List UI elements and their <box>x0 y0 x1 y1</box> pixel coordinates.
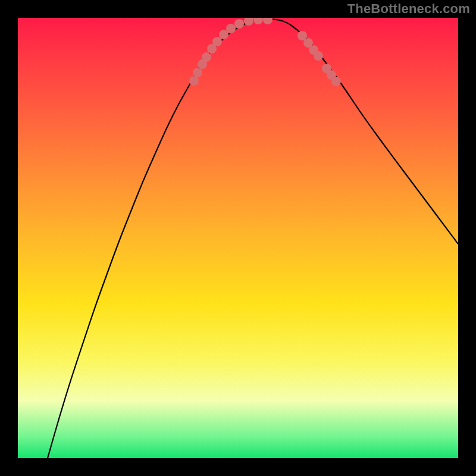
curve-dot <box>253 18 263 24</box>
curve-dot <box>226 24 236 33</box>
plot-area <box>18 18 458 458</box>
dots-svg <box>18 18 458 458</box>
curve-dot <box>212 37 222 46</box>
dots-left-cluster <box>189 18 273 86</box>
curve-dot <box>189 76 199 86</box>
curve-dot <box>244 18 253 26</box>
curve-dot <box>234 19 244 29</box>
curve-dot <box>331 77 341 86</box>
curve-dot <box>202 52 211 62</box>
dots-right-cluster <box>298 31 341 86</box>
curve-dot <box>193 68 202 77</box>
curve-dot <box>314 51 323 61</box>
frame: TheBottleneck.com <box>0 0 476 476</box>
curve-dot <box>263 18 273 24</box>
watermark-text: TheBottleneck.com <box>347 1 470 17</box>
